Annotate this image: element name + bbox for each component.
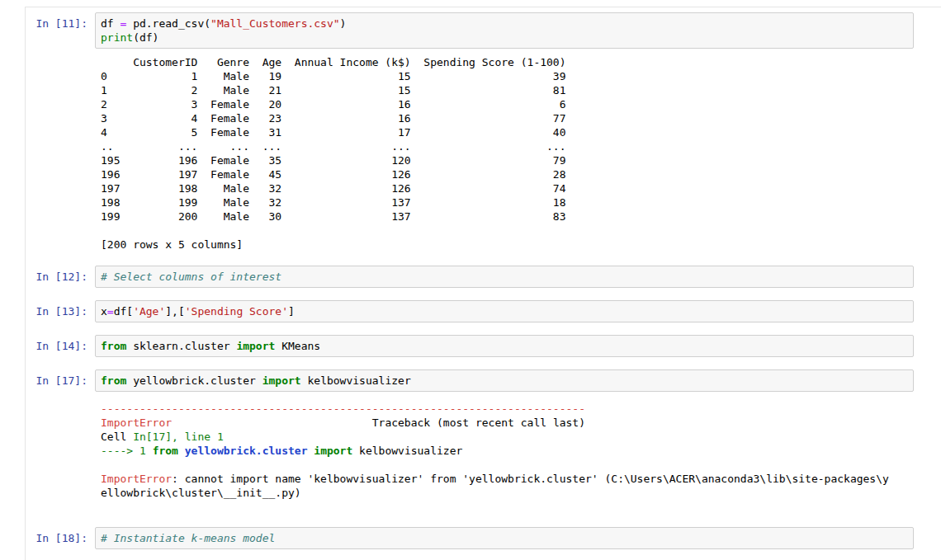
code-editor[interactable]: # Select columns of interest [95,266,914,288]
code-line: print(df) [101,31,910,45]
code-line: from sklearn.cluster import KMeans [101,339,910,353]
code-token-string: 'Age' [133,305,165,318]
code-cell-11: In [11]: df = pd.read_csv("Mall_Customer… [26,12,914,252]
traceback-header: ImportError Traceback (most recent call … [101,416,914,430]
cell-input-row: In [12]: # Select columns of interest [26,266,914,288]
code-token: pd.read_csv( [126,17,210,30]
dataframe-output: CustomerID Genre Age Annual Income (k$) … [101,55,914,252]
cell-input-row: In [13]: x=df['Age'],['Spending Score'] [26,300,914,322]
module-name: yellowbrick.cluster [185,445,308,457]
blank-line [101,458,914,472]
code-token: sklearn.cluster [126,340,236,352]
code-line: # Instantiate k-means model [101,531,910,545]
cell-input-row: In [14]: from sklearn.cluster import KMe… [26,335,914,357]
cell-input-row: In [17]: from yellowbrick.cluster import… [26,369,914,392]
traceback-rule-text: ----------------------------------------… [101,402,585,415]
code-token-string: 'Spending Score' [185,305,288,318]
code-token-keyword: from [101,374,126,387]
input-prompt: In [17]: [26,369,95,388]
code-cell-13: In [13]: x=df['Age'],['Spending Score'] [26,300,914,322]
input-prompt: In [13]: [26,300,95,318]
code-line: df = pd.read_csv("Mall_Customers.csv") [101,16,910,31]
blank-line [101,500,914,514]
cell-label: Cell [101,431,133,443]
code-token-keyword: from [101,340,126,352]
code-token-keyword: from [153,445,185,457]
code-token: x [101,305,107,318]
traceback-cell-ref: Cell In[17], line 1 [101,430,914,444]
code-cell-18: In [18]: # Instantiate k-means model [26,527,914,549]
code-token: df[ [114,305,133,318]
code-cell-12: In [12]: # Select columns of interest [26,266,914,288]
traceback-label: Traceback (most recent call last) [372,416,585,429]
traceback-rule: ----------------------------------------… [101,402,914,416]
error-traceback: ----------------------------------------… [95,392,914,514]
jupyter-notebook: In [11]: df = pd.read_csv("Mall_Customer… [25,7,941,560]
input-prompt: In [12]: [26,266,95,284]
input-prompt: In [14]: [26,335,95,353]
code-token-operator: = [107,305,114,318]
cell-output: CustomerID Genre Age Annual Income (k$) … [95,49,914,252]
cell-input-row: In [18]: # Instantiate k-means model [26,527,914,549]
code-cell-14: In [14]: from sklearn.cluster import KMe… [26,335,914,357]
code-editor[interactable]: x=df['Age'],['Spending Score'] [95,300,914,322]
code-line: # Select columns of interest [101,270,910,284]
input-prompt: In [11]: [26,12,95,31]
code-editor[interactable]: from yellowbrick.cluster import kelbowvi… [95,369,914,392]
error-message: ImportError: cannot import name 'kelbowv… [101,472,893,500]
input-prompt: In [18]: [26,527,95,545]
code-token: yellowbrick.cluster [126,374,262,387]
code-token-comment: # Select columns of interest [101,271,281,283]
code-cell-17: In [17]: from yellowbrick.cluster import… [26,369,914,514]
code-token-keyword: import [307,445,352,457]
code-editor[interactable]: from sklearn.cluster import KMeans [95,335,914,357]
code-token: ] [288,305,295,318]
code-token-keyword: import [262,374,301,387]
code-editor[interactable]: # Instantiate k-means model [95,527,914,549]
code-line: x=df['Age'],['Spending Score'] [101,304,910,318]
code-token-string: "Mall_Customers.csv" [210,17,340,30]
code-token: df [101,17,120,30]
code-editor[interactable]: df = pd.read_csv("Mall_Customers.csv") p… [95,12,914,49]
code-token: kelbowvisualizer [301,374,411,387]
code-token: ) [340,17,347,30]
code-line: from yellowbrick.cluster import kelbowvi… [101,374,910,388]
code-token: (df) [133,31,158,44]
cell-ref: In[17], line 1 [133,431,224,443]
traceback-spacer [172,416,372,429]
error-message-text: : cannot import name 'kelbowvisualizer' … [101,473,889,499]
code-token-builtin: print [101,31,133,44]
code-token-keyword: import [236,340,275,352]
error-type: ImportError [101,416,172,429]
traceback-arrow: ----> 1 [101,445,153,457]
traceback-code-line: ----> 1 from yellowbrick.cluster import … [101,444,914,458]
code-token: KMeans [275,340,320,352]
code-token: kelbowvisualizer [352,445,462,457]
error-type: ImportError [101,473,172,485]
code-token: ],[ [165,305,184,318]
code-token-comment: # Instantiate k-means model [101,532,275,544]
cell-input-row: In [11]: df = pd.read_csv("Mall_Customer… [26,12,914,49]
